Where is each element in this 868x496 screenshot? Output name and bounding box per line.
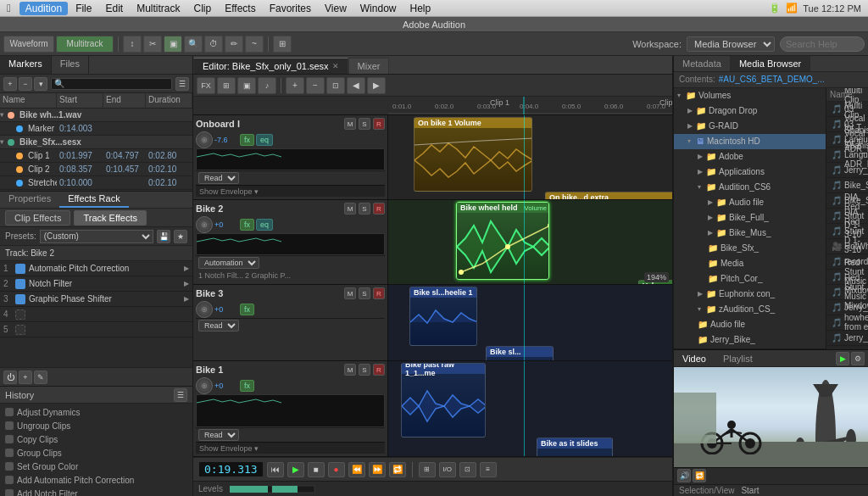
clip-effects-btn[interactable]: Clip Effects <box>5 210 70 226</box>
track-solo-btn[interactable]: S <box>359 203 370 215</box>
tab-properties[interactable]: Properties <box>0 192 59 208</box>
preset-save-btn[interactable]: 💾 <box>157 230 170 243</box>
tree-item-audition[interactable]: ▾ 📁 Audition_CS6 <box>674 180 826 195</box>
transport-meters-btn[interactable]: ≡ <box>480 462 497 477</box>
tab-editor-main[interactable]: Editor: Bike_Sfx_only_01.sesx ✕ <box>193 58 348 74</box>
list-item[interactable]: Marker 01 0:14.003 <box>0 122 192 136</box>
effect-item-5[interactable]: 5 <box>0 322 192 337</box>
history-item[interactable]: Group Clips <box>0 446 192 460</box>
tree-item-pitch[interactable]: 📁 Pitch_Cor_ <box>674 271 826 287</box>
transport-fwd-btn[interactable]: ⏩ <box>369 462 386 477</box>
track-content-bike1[interactable]: Bike past raw 1_1...me Bike as it slides <box>388 361 672 456</box>
video-play-btn[interactable]: ▶ <box>836 352 849 365</box>
tree-item-dragondrop[interactable]: ▶ 📁 Dragon Drop <box>674 103 826 119</box>
track-record-btn[interactable]: R <box>373 203 385 215</box>
audio-clip-selected[interactable]: Bike wheel held <box>456 202 549 280</box>
show-envelope-btn[interactable]: Show Envelope ▾ <box>196 442 385 454</box>
presets-select[interactable]: (Custom) <box>40 230 153 243</box>
effect-item-4[interactable]: 4 <box>0 307 192 322</box>
menu-favorites[interactable]: Favorites <box>264 2 317 15</box>
audio-clip[interactable]: Bike sl...heelie 1 <box>409 287 477 346</box>
track-mute-btn[interactable]: M <box>344 364 356 376</box>
track-solo-btn[interactable]: S <box>359 364 370 376</box>
track-fx-button[interactable]: fx <box>240 134 254 146</box>
transport-io-btn[interactable]: I/O <box>439 462 456 477</box>
tree-item-bikesfx[interactable]: 📁 Bike_Sfx_ <box>674 241 826 256</box>
tool-pencil[interactable]: ✏ <box>225 36 243 53</box>
preset-delete-btn[interactable]: ★ <box>174 230 187 243</box>
menu-file[interactable]: File <box>70 2 97 15</box>
tool-zoom[interactable]: 🔍 <box>184 36 203 53</box>
menu-window[interactable]: Window <box>354 2 403 15</box>
history-item[interactable]: Ungroup Clips <box>0 419 192 432</box>
list-item[interactable]: Stretched 1 0:10.000 0:02.10 <box>0 176 192 190</box>
effect-item-1[interactable]: 1 Automatic Pitch Correction ▶ <box>0 261 192 276</box>
scroll-left-btn[interactable]: ◀ <box>347 77 365 94</box>
volume-knob[interactable]: ◎ <box>196 377 213 394</box>
file-item[interactable]: 🎵 DIA Red Stunt D 1-3-10 <box>826 224 868 239</box>
tree-item-bikefull[interactable]: ▶ 📁 Bike_Full_ <box>674 210 826 226</box>
transport-record-btn[interactable]: ● <box>328 462 345 477</box>
scroll-right-btn[interactable]: ▶ <box>367 77 386 94</box>
tool-move[interactable]: ↕ <box>123 36 142 53</box>
workspace-select[interactable]: Media Browser <box>687 36 775 52</box>
list-item[interactable]: Clip 1 0:01.997 0:04.797 0:02.80 <box>0 149 192 163</box>
zoom-out-btn[interactable]: − <box>306 77 325 94</box>
track-effects-btn[interactable]: Track Effects <box>74 210 147 226</box>
tab-video[interactable]: Video <box>674 352 715 365</box>
markers-search[interactable] <box>51 78 172 90</box>
transport-snap-btn[interactable]: ⊞ <box>419 462 436 477</box>
history-item[interactable]: Set Group Color <box>0 460 192 473</box>
show-envelope-btn[interactable]: Show Envelope ▾ <box>196 185 385 197</box>
track-eq-button[interactable]: eq <box>256 134 273 146</box>
mix-btn[interactable]: ⊞ <box>217 77 236 94</box>
tab-playlist[interactable]: Playlist <box>715 352 761 365</box>
file-item[interactable]: 🎵 Bike_Sfx_only_mixdown <box>826 178 868 193</box>
tree-item-grain[interactable]: ▶ 📁 G-RAID <box>674 119 826 134</box>
track-mute-btn[interactable]: M <box>344 118 356 130</box>
tool-cut[interactable]: ✂ <box>143 36 162 53</box>
effect-item-3[interactable]: 3 Graphic Phase Shifter ▶ <box>0 292 192 307</box>
volume-knob[interactable]: ◎ <box>196 301 213 318</box>
waveform-btn[interactable]: Waveform <box>3 36 54 53</box>
transport-rewind-btn[interactable]: ⏮ <box>267 462 284 477</box>
multitrack-btn[interactable]: Multitrack <box>56 36 114 53</box>
menu-help[interactable]: Help <box>403 2 437 15</box>
zoom-in-btn[interactable]: + <box>286 77 304 94</box>
menu-multitrack[interactable]: Multitrack <box>131 2 186 15</box>
history-item[interactable]: Add Notch Filter <box>0 487 192 496</box>
tree-item-audio[interactable]: ▶ 📁 Audio file <box>674 195 826 210</box>
tree-item-zaudition[interactable]: ▾ 📁 zAudition_CS_ <box>674 302 826 317</box>
snap-btn[interactable]: ⊞ <box>273 36 292 53</box>
history-item[interactable]: Adjust Dynamics <box>0 405 192 419</box>
tab-media-browser[interactable]: Media Browser <box>731 56 810 71</box>
tree-item-jerrybike[interactable]: 📁 Jerry_Bike_ <box>674 332 826 348</box>
track-record-btn[interactable]: R <box>373 364 385 376</box>
transport-play-btn[interactable]: ▶ <box>287 462 304 477</box>
track-mute-btn[interactable]: M <box>344 287 356 299</box>
list-item[interactable]: ▾ Bike_Sfx...sesx <box>0 136 192 149</box>
tab-mixer[interactable]: Mixer <box>348 58 390 74</box>
file-item[interactable]: 🎵 Spanish Language ADR_I... <box>826 148 868 163</box>
menu-edit[interactable]: Edit <box>99 2 129 15</box>
effect-power-btn[interactable]: ⏻ <box>3 371 17 384</box>
track-content-onboard[interactable]: On bike 1 Volume On b <box>388 115 672 199</box>
tool-fade[interactable]: ~ <box>245 36 264 53</box>
tab-markers[interactable]: Markers <box>0 56 52 74</box>
tool-select[interactable]: ▣ <box>164 36 182 53</box>
track-solo-btn[interactable]: S <box>359 287 370 299</box>
vol-btn[interactable]: ♪ <box>258 77 276 94</box>
volume-knob[interactable]: ◎ <box>196 216 213 233</box>
tab-effects-rack[interactable]: Effects Rack <box>59 192 129 208</box>
clip-btn[interactable]: ▣ <box>237 77 256 94</box>
tree-item-macintosh[interactable]: ▾ 🖥 Macintosh HD <box>674 134 826 149</box>
track-read-select[interactable]: Read <box>198 320 239 332</box>
menu-clip[interactable]: Clip <box>188 2 218 15</box>
video-loop-btn[interactable]: 🔁 <box>693 469 706 482</box>
audio-clip[interactable]: On bike...d extra <box>545 192 672 199</box>
track-fx-button[interactable]: fx <box>240 304 254 315</box>
history-item[interactable]: Copy Clips <box>0 432 192 446</box>
track-eq-button[interactable]: eq <box>256 219 273 231</box>
effect-edit-btn[interactable]: ✎ <box>34 371 47 384</box>
track-mute-btn[interactable]: M <box>344 203 356 215</box>
